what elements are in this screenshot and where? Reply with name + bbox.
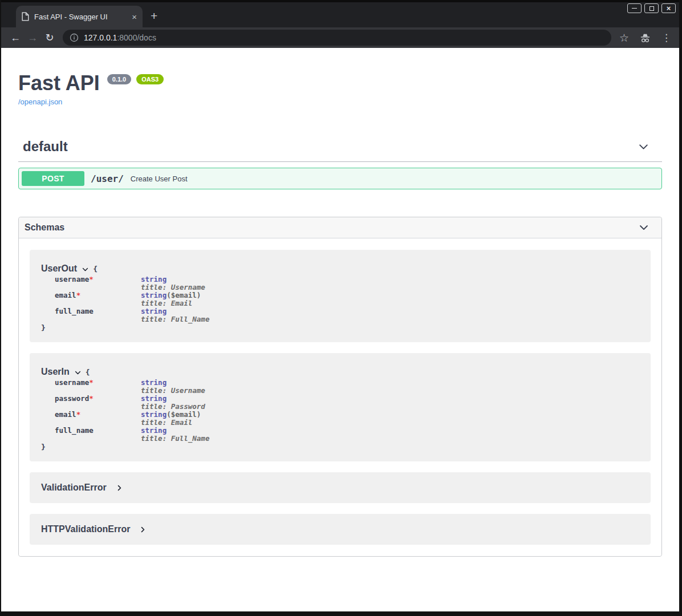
window-controls: × [627, 3, 676, 13]
model-userin-toggle[interactable]: UserIn { [41, 367, 639, 377]
property-type: string [141, 394, 167, 403]
required-star: * [89, 394, 94, 403]
schemas-section: Schemas UserOut { [18, 217, 662, 557]
property-format: ($email) [167, 291, 201, 299]
open-brace: { [93, 265, 98, 273]
property-name: username [55, 378, 89, 387]
address-bar[interactable]: 127.0.0.1:8000/docs [63, 30, 611, 46]
site-info-icon[interactable] [70, 33, 79, 42]
url-host: 127.0.0.1 [84, 33, 117, 42]
model-httpvalidationerror: HTTPValidationError [30, 514, 651, 545]
chevron-down-icon[interactable] [638, 141, 649, 153]
property-title: title: Full_Name [141, 315, 209, 323]
property-title: title: Email [141, 419, 209, 427]
chevron-down-icon[interactable] [74, 369, 82, 376]
page-favicon-icon [22, 12, 29, 21]
property-type: string [141, 275, 167, 283]
api-info: Fast API 0.1.0 OAS3 /openapi.json [18, 48, 662, 107]
api-title-text: Fast API [18, 73, 100, 94]
property-type: string [141, 378, 167, 387]
chevron-right-icon[interactable] [116, 484, 123, 492]
property-format: ($email) [167, 410, 201, 419]
endpoint-path: /user/ [91, 173, 124, 184]
model-validationerror-toggle[interactable]: ValidationError [41, 483, 639, 493]
property-name: full_name [55, 426, 94, 435]
property-name: email [55, 291, 76, 299]
tag-divider [18, 161, 662, 162]
property-title: title: Password [141, 403, 209, 411]
chevron-down-icon[interactable] [82, 266, 89, 273]
model-validationerror: ValidationError [30, 472, 651, 503]
property-row: email* string($email) title: Email [55, 411, 209, 427]
required-star: * [89, 378, 94, 387]
tag-section-default: default POST /user/ Create User Post [18, 139, 662, 189]
property-title: title: Username [141, 283, 209, 291]
swagger-page: Fast API 0.1.0 OAS3 /openapi.json defaul… [1, 48, 679, 611]
property-row: full_name string title: Full_Name [55, 307, 209, 323]
browser-window: Fast API - Swagger UI × + × ← → ↻ 127.0.… [1, 0, 679, 611]
property-name: username [55, 275, 89, 283]
chevron-down-icon[interactable] [638, 222, 649, 233]
forward-button[interactable]: → [24, 33, 41, 43]
tag-name: default [23, 139, 68, 155]
model-httpvalidationerror-toggle[interactable]: HTTPValidationError [41, 524, 639, 534]
back-button[interactable]: ← [7, 33, 24, 43]
required-star: * [76, 291, 81, 299]
page-title: Fast API 0.1.0 OAS3 [18, 73, 662, 94]
url-text[interactable]: 127.0.0.1:8000/docs [84, 33, 156, 42]
required-star: * [89, 275, 94, 283]
property-type: string [141, 291, 167, 299]
openapi-json-link[interactable]: /openapi.json [18, 98, 62, 106]
schemas-header[interactable]: Schemas [19, 217, 661, 238]
model-userout-toggle[interactable]: UserOut { [41, 264, 639, 274]
property-row: password* string title: Password [55, 395, 209, 411]
opblock-post-user[interactable]: POST /user/ Create User Post [18, 168, 662, 189]
property-name: full_name [55, 307, 94, 315]
property-title: title: Full_Name [141, 435, 209, 443]
version-badge: 0.1.0 [107, 74, 131, 84]
tab-strip: Fast API - Swagger UI × + × [1, 0, 679, 27]
property-name: password [55, 394, 89, 403]
maximize-button[interactable] [644, 3, 659, 13]
property-type: string [141, 426, 167, 435]
property-row: full_name string title: Full_Name [55, 427, 209, 443]
property-row: email* string($email) title: Email [55, 291, 209, 307]
tab-close-icon[interactable]: × [132, 13, 137, 21]
model-name: ValidationError [41, 483, 107, 493]
property-row: username* string title: Username [55, 275, 209, 291]
schemas-title: Schemas [25, 222, 64, 233]
close-icon: × [667, 5, 671, 12]
property-type: string [141, 410, 167, 419]
tag-default-header[interactable]: default [18, 139, 662, 155]
browser-toolbar: ← → ↻ 127.0.0.1:8000/docs ☆ ⋮ [1, 27, 679, 48]
reload-button[interactable]: ↻ [41, 33, 58, 43]
model-properties: username* string title: Username email* … [55, 275, 209, 323]
model-userout: UserOut { username* string title: Userna… [30, 250, 651, 342]
close-brace: } [41, 443, 639, 451]
model-name: HTTPValidationError [41, 524, 130, 534]
model-name: UserIn [41, 367, 70, 377]
browser-menu-icon[interactable]: ⋮ [661, 33, 671, 43]
open-brace: { [86, 368, 90, 376]
chevron-right-icon[interactable] [139, 526, 147, 533]
new-tab-button[interactable]: + [151, 10, 157, 22]
toolbar-right: ☆ ⋮ [619, 33, 671, 43]
endpoint-summary: Create User Post [131, 175, 188, 183]
tab-title: Fast API - Swagger UI [34, 13, 127, 21]
maximize-icon [649, 6, 654, 11]
property-title: title: Email [141, 299, 209, 307]
url-path: :8000/docs [117, 33, 156, 42]
bookmark-star-icon[interactable]: ☆ [619, 33, 629, 43]
property-row: username* string title: Username [55, 379, 209, 395]
property-title: title: Username [141, 387, 209, 395]
minimize-button[interactable] [627, 3, 642, 13]
property-name: email [55, 410, 76, 419]
model-name: UserOut [41, 264, 77, 274]
close-button[interactable]: × [661, 3, 676, 13]
property-type: string [141, 307, 167, 315]
incognito-icon [639, 33, 651, 43]
schemas-body: UserOut { username* string title: Userna… [19, 238, 661, 556]
minimize-icon [632, 8, 637, 9]
browser-tab[interactable]: Fast API - Swagger UI × [16, 6, 143, 27]
model-properties: username* string title: Username passwor… [55, 379, 209, 443]
